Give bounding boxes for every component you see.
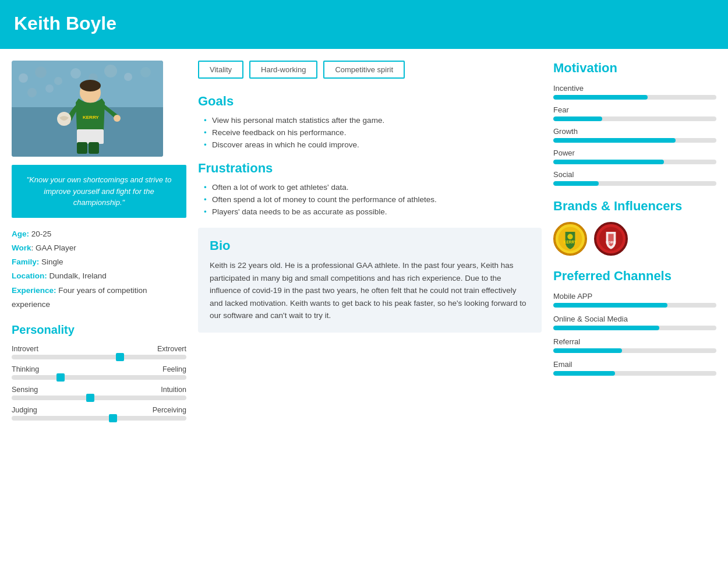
personality-labels: Sensing Intuition [12,386,186,394]
motivation-label: Growth [553,127,716,136]
frustration-item: Players' data needs to be as accurate as… [204,207,542,216]
bar-fill [553,138,676,143]
svg-point-10 [27,88,37,97]
personality-rows: Introvert Extrovert Thinking Feeling Sen… [12,345,186,421]
channel-label: Referral [553,337,716,346]
bar-track [553,303,716,308]
motivation-label: Social [553,170,716,179]
experience-label: Experience: [12,286,56,295]
middle-column: VitalityHard-workingCompetitive spirit G… [198,61,542,426]
svg-rect-18 [89,142,99,154]
kerry-logo: KERRY [553,222,587,256]
experience-row: Experience: Four years of competition ex… [12,284,186,312]
motivation-row: Fear [553,105,716,121]
svg-text:KERRY: KERRY [83,115,99,120]
personality-track [12,396,186,400]
channel-bars: Mobile APP Online & Social Media Referra… [553,292,716,376]
motivation-title: Motivation [553,61,716,76]
bar-track [553,348,716,353]
goals-list: View his personal match statistics after… [198,116,542,149]
svg-point-3 [35,66,47,78]
doire-logo: DOIRE [594,222,628,256]
channel-row: Online & Social Media [553,315,716,330]
age-label: Age: [12,229,29,238]
svg-text:DOIRE: DOIRE [606,241,616,244]
frustration-item: Often a lot of work to get athletes' dat… [204,183,542,192]
svg-point-9 [140,67,151,77]
svg-point-5 [70,68,81,79]
motivation-label: Fear [553,105,716,114]
personality-row: Thinking Feeling [12,365,186,380]
quote-box: "Know your own shortcomings and strive t… [12,165,186,218]
goals-title: Goals [198,94,542,109]
family-label: Family: [12,257,39,266]
personality-section: Personality Introvert Extrovert Thinking… [12,323,186,421]
frustrations-title: Frustrations [198,161,542,176]
personality-labels: Thinking Feeling [12,365,186,373]
page-title: Keith Boyle [14,13,116,34]
profile-photo: KERRY [12,61,163,157]
motivation-row: Power [553,149,716,164]
bar-fill [553,371,615,376]
personality-title: Personality [12,323,186,337]
personality-row: Judging Perceiving [12,406,186,421]
goals-item: View his personal match statistics after… [204,116,542,125]
location-row: Location: Dundalk, Ireland [12,269,186,283]
main-content: KERRY "Know your own shortcomings and st… [0,49,728,438]
personality-right: Feeling [162,365,186,373]
tag-item: Vitality [198,61,243,79]
bar-track [553,326,716,330]
channels-title: Preferred Channels [553,269,716,284]
bar-track [553,116,716,121]
personality-row: Sensing Intuition [12,386,186,400]
work-row: Work: GAA Player [12,241,186,255]
bar-fill [553,303,667,308]
svg-rect-17 [77,142,87,154]
bar-track [553,95,716,100]
svg-point-13 [80,80,101,91]
bar-fill [553,326,659,330]
location-label: Location: [12,271,47,280]
personality-row: Introvert Extrovert [12,345,186,359]
tag-item: Hard-working [249,61,317,79]
personality-marker [86,394,94,402]
channel-label: Mobile APP [553,292,716,301]
left-column: KERRY "Know your own shortcomings and st… [12,61,186,426]
personality-left: Judging [12,406,37,414]
mid-wrapper: VitalityHard-workingCompetitive spirit G… [198,61,542,333]
frustrations-list: Often a lot of work to get athletes' dat… [198,183,542,216]
personality-labels: Judging Perceiving [12,406,186,414]
location-value: Dundalk, Ireland [50,271,107,280]
motivation-row: Social [553,170,716,186]
brand-logos: KERRY DOIRE [553,222,716,256]
channel-row: Referral [553,337,716,353]
motivation-label: Incentive [553,84,716,93]
bar-fill [553,348,622,353]
family-value: Single [41,257,63,266]
tags-row: VitalityHard-workingCompetitive spirit [198,61,542,79]
channel-row: Mobile APP [553,292,716,308]
personality-labels: Introvert Extrovert [12,345,186,353]
channel-row: Email [553,360,716,376]
bio-title: Bio [210,238,530,253]
personality-track [12,355,186,359]
age-row: Age: 20-25 [12,227,186,241]
personality-marker [116,353,124,361]
motivation-bars: Incentive Fear Growth Power Social [553,84,716,186]
svg-point-4 [54,77,62,85]
bar-fill [553,95,648,100]
personality-marker [109,414,117,422]
frustration-item: Often spend a lot of money to count the … [204,195,542,204]
header: Keith Boyle [0,0,728,47]
svg-point-11 [45,84,54,93]
motivation-row: Growth [553,127,716,143]
svg-point-24 [567,234,572,239]
bar-track [553,138,716,143]
bio-text: Keith is 22 years old. He is a professio… [210,259,530,322]
personality-track [12,416,186,421]
personality-left: Introvert [12,345,38,353]
motivation-row: Incentive [553,84,716,100]
personality-marker [56,373,65,382]
brands-section: Brands & Influencers KERRY [553,199,716,256]
motivation-label: Power [553,149,716,157]
